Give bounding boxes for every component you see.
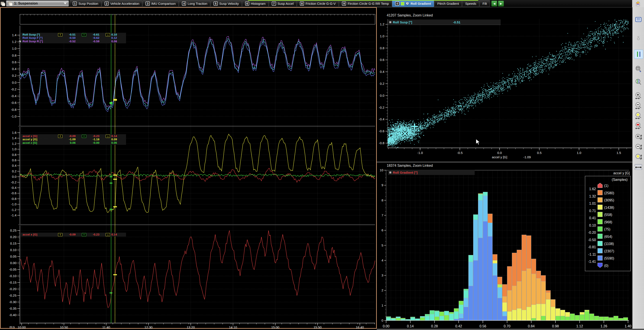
tab-roll-gradient[interactable]: 0Roll Gradient [392, 0, 434, 7]
y-tick-label: 0.8 [12, 54, 16, 57]
tab-vehicle-acceleration[interactable]: 2Vehicle Acceleration [102, 0, 142, 7]
measure-ruler-icon[interactable] [634, 162, 643, 171]
y-tick-label: -1.0 [11, 114, 16, 118]
legend-threshold: 0.71 [589, 209, 596, 213]
legend-threshold: 1.62 [589, 187, 596, 191]
y-tick-label: 1.0 [12, 147, 16, 151]
y-tick-label: -0.4 [11, 94, 16, 98]
scatter-y-tick-label: 0.4 [380, 70, 384, 74]
tab-long-traction[interactable]: 4Long Traction [179, 0, 210, 7]
tab-filt[interactable]: Filt [480, 0, 490, 7]
scatter-legend-value: -0.51 [453, 20, 460, 24]
histogram-bar-segment [439, 316, 444, 320]
legend-threshold: 0.41 [589, 216, 596, 220]
tab-imu-comparison[interactable]: 3IMU Comparison [142, 0, 179, 7]
tab-label: Roll Gradient [410, 2, 431, 6]
y-tick-label: 0.2 [12, 169, 16, 173]
tab-histogram[interactable]: 6Histogram [242, 0, 269, 7]
chart-legend[interactable]: accel x [G]II△-0.09-0.230.14accel y [G]-… [21, 134, 126, 145]
worksheet-selector[interactable]: 1: Suspension [6, 1, 69, 7]
svg-text:δ: δ [637, 35, 640, 41]
histogram-bar-segment [425, 314, 430, 316]
chart-legend[interactable]: Roll Susp [°]II△-0.51-0.610.10Roll Susp … [21, 33, 126, 43]
trace-line [20, 231, 375, 307]
dual-cursor-icon[interactable] [634, 50, 643, 59]
delta-mode-icon[interactable]: δ [634, 34, 643, 43]
chart-legend[interactable]: accel x [G]II△-0.09-0.230.14 [21, 233, 126, 237]
histogram-bar-segment [478, 194, 483, 200]
scatter-plot-points[interactable] [388, 19, 632, 148]
zoom-selection-horizontal-icon[interactable] [634, 121, 643, 130]
hist-y-tick-label: 0 [382, 318, 383, 322]
legend-channel-name: Roll Susp F [°] [22, 36, 42, 40]
histogram-bar-segment [439, 312, 444, 316]
pane-divider[interactable] [377, 161, 632, 162]
histogram-bar-segment [434, 311, 439, 311]
histogram-bar-segment [444, 311, 449, 315]
histogram-bar-segment [517, 308, 522, 320]
zoom-cursor-range-icon[interactable] [634, 78, 643, 87]
tab-susp-accel[interactable]: 7Susp Accel [269, 0, 296, 7]
yellow-cursor-marker [113, 274, 117, 275]
tab-scroll-right-button[interactable]: ▶ [498, 1, 504, 7]
yellow-cursor-marker [113, 175, 117, 176]
histogram-bar-segment [517, 250, 522, 281]
y-tick-label: -0.15 [9, 281, 16, 284]
histogram-bar-segment [430, 314, 434, 320]
y-tick-label: 1.4 [12, 136, 16, 140]
tab-scroll-left-button[interactable]: ◀ [491, 1, 497, 7]
green-cursor-marker [110, 102, 112, 103]
scatter-legend[interactable]: Roll Susp [°] -0.51 [388, 20, 501, 25]
zoom-box-icon[interactable] [634, 65, 643, 74]
histogram-bar-segment [468, 262, 473, 286]
histogram-legend-name: Roll Gradient [°] [393, 171, 418, 174]
report-tile[interactable] [632, 0, 644, 7]
zoom-in-horizontal-icon[interactable] [634, 91, 643, 100]
zoom-out-horizontal-icon[interactable] [634, 101, 643, 110]
legend-swatch [598, 198, 602, 202]
cursor-value-1: -1.09 [63, 138, 76, 141]
tab-number-badge: 5 [214, 2, 218, 6]
histogram-bar-segment [585, 311, 589, 320]
tab-pitrch-gradient[interactable]: Pitrch Gradient [434, 0, 462, 7]
scatter-y-tick-label: -0.8 [379, 141, 384, 145]
histogram-bar-segment [585, 310, 589, 311]
tab-susp-position[interactable]: 1Susp Position [70, 0, 101, 7]
yellow-cursor-indicator-icon: I [58, 233, 62, 236]
tab-susp-velocity[interactable]: 5Susp Velocity [210, 0, 242, 7]
histogram-bar-segment [468, 286, 473, 320]
histogram-plot[interactable]: 1098765432100.000.140.280.420.560.700.84… [377, 164, 644, 330]
scatter-title: 41207 Samples, Zoom Linked [387, 14, 433, 17]
tab-label: Filt [482, 2, 487, 6]
hist-y-tick-label: 6 [382, 228, 383, 232]
tab-speeds[interactable]: Speeds [462, 0, 479, 7]
cursor-value-2: -0.59 [87, 40, 100, 43]
histogram-bar-segment [478, 193, 483, 194]
zoom-in-vertical-icon[interactable] [634, 133, 643, 141]
tab-label: Pitrch Gradient [437, 2, 459, 6]
tab-firction-circle-g-g-rr-temp[interactable]: 9Firction Circle G-G RR Temp [339, 0, 392, 7]
zoom-fit-vertical-icon[interactable] [634, 153, 643, 161]
cursor-lines[interactable] [110, 14, 117, 323]
histogram-bar-segment [483, 221, 488, 320]
tab-friction-circle-g-g-v[interactable]: 8Friction Circle G-G-V [297, 0, 339, 7]
histogram-legend[interactable]: Roll Gradient [°] [388, 170, 475, 175]
report-icon [635, 1, 641, 7]
legend-threshold: 1.32 [589, 195, 596, 198]
legend-count: (1) [604, 184, 608, 188]
histogram-bar-segment [420, 317, 425, 320]
legend-threshold: 0.10 [589, 224, 596, 227]
zoom-fit-horizontal-icon[interactable] [634, 111, 643, 120]
display-settings-icon[interactable] [634, 15, 643, 24]
tab-label: Speeds [465, 2, 476, 6]
legend-threshold: -0.20 [588, 231, 596, 234]
histogram-bar-segment [459, 301, 464, 305]
histogram-bar-segment [391, 318, 396, 318]
histogram-bar-segment [556, 316, 560, 320]
histogram-bar-segment [386, 318, 391, 320]
time-series-plot[interactable]: 10:0010:5011:4012:3013:2014:1015:0015:50… [0, 7, 377, 329]
histogram-bar-segment [512, 253, 516, 286]
histogram-bar-segment [444, 315, 449, 320]
tab-label: Susp Accel [278, 2, 294, 6]
zoom-out-vertical-icon[interactable] [634, 143, 643, 151]
